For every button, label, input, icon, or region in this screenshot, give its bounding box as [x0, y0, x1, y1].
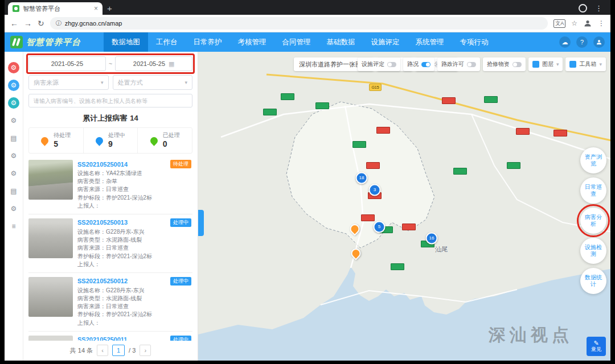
toggle-facility-rating[interactable]: 设施评定 — [358, 57, 400, 71]
road-label-red[interactable] — [402, 224, 416, 230]
rail-settings-icon[interactable]: ⚙ — [8, 150, 19, 162]
user-icon[interactable] — [593, 36, 605, 48]
rail-alert-icon[interactable]: ⚙ — [8, 62, 19, 73]
handling-method-select[interactable]: 处置方式 ▾ — [113, 75, 193, 90]
nav-item-facility-rating[interactable]: 设施评定 — [363, 32, 408, 52]
disease-id-link[interactable]: SS202105250014 — [77, 161, 128, 168]
road-label-red[interactable] — [442, 97, 456, 104]
nav-item-contract[interactable]: 合同管理 — [274, 32, 319, 52]
bookmark-star-icon[interactable]: ☆ — [571, 19, 577, 27]
tool-disease-analysis[interactable]: 病害分析 — [580, 208, 606, 234]
cluster-marker[interactable]: 3 — [369, 184, 381, 196]
road-label-green[interactable] — [484, 96, 498, 103]
road-label-green[interactable] — [507, 162, 520, 169]
disease-id-link[interactable]: SS202105250012 — [77, 278, 128, 284]
rail-tools-icon[interactable]: ⚙ — [8, 203, 19, 214]
toggle-road-permit[interactable]: 路政许可 — [437, 57, 480, 71]
browser-menu-icon[interactable]: ⋮ — [598, 19, 605, 27]
disease-photo[interactable] — [28, 218, 73, 258]
disease-card[interactable]: SS202105250011 处理中 设施名称：G228丹东-东兴 病害类型：水… — [28, 332, 192, 341]
prev-page-button[interactable]: ‹ — [97, 345, 108, 356]
new-tab-button[interactable]: + — [107, 3, 112, 13]
disease-id-link[interactable]: SS202105250011 — [77, 336, 127, 341]
rail-config-icon[interactable]: ⚙ — [8, 168, 19, 179]
layers-menu[interactable]: 图层 ▾ — [528, 57, 563, 71]
road-label-red[interactable] — [366, 162, 380, 169]
panel-collapse-handle[interactable] — [198, 210, 204, 236]
toolbox-menu[interactable]: 工具箱 ▾ — [565, 57, 606, 71]
road-label-red[interactable] — [376, 127, 390, 134]
road-label-green[interactable] — [263, 109, 277, 115]
disease-marker[interactable] — [348, 222, 362, 235]
toggle-switch[interactable] — [421, 62, 430, 67]
road-label-green[interactable] — [453, 168, 467, 175]
record-icon[interactable] — [579, 4, 587, 13]
rail-menu-icon[interactable]: ≡ — [8, 221, 19, 232]
road-label-red[interactable] — [516, 128, 530, 135]
nav-item-workbench[interactable]: 工作台 — [148, 32, 186, 52]
nav-item-data-map[interactable]: 数据地图 — [104, 32, 148, 52]
browser-tab[interactable]: 智慧管养平台 × — [8, 2, 102, 15]
nav-item-assessment[interactable]: 考核管理 — [230, 32, 274, 52]
toggle-switch[interactable] — [512, 62, 522, 67]
tool-data-statistics[interactable]: 数据统计 — [580, 268, 606, 294]
nav-item-daily-maintenance[interactable]: 日常养护 — [186, 32, 230, 52]
disease-photo[interactable] — [28, 336, 73, 341]
next-page-button[interactable]: › — [140, 345, 151, 356]
rail-task-icon[interactable]: ⚙ — [8, 80, 19, 91]
disease-source-select[interactable]: 病害来源 ▾ — [28, 75, 109, 90]
rail-gear-icon[interactable]: ⚙ — [8, 115, 19, 126]
road-label-green[interactable] — [281, 93, 294, 100]
stat-pending[interactable]: 待处理 5 — [29, 128, 83, 153]
nav-item-system[interactable]: 系统管理 — [408, 32, 452, 52]
toggle-road-condition[interactable]: 路况 — [403, 57, 434, 71]
disease-card[interactable]: SS202105250013 处理中 设施名称：G228丹东-东兴 病害类型：水… — [28, 214, 192, 273]
disease-photo[interactable] — [28, 160, 73, 200]
map-canvas[interactable]: 183516 汕尾 G15 深圳市道路养护一张图 ▾ 深汕局 ▾ 标段名称 ▾ — [198, 52, 610, 361]
disease-card[interactable]: SS202105250014 待处理 设施名称：YA42东涌绿道 病害类型：杂草… — [28, 156, 192, 214]
disease-marker[interactable] — [349, 246, 363, 260]
current-page[interactable]: 1 — [112, 345, 125, 356]
disease-photo[interactable] — [28, 277, 73, 317]
help-icon[interactable]: ? — [576, 36, 588, 48]
toggle-switch[interactable] — [467, 62, 476, 67]
tool-daily-inspection[interactable]: 日常巡查 — [580, 177, 606, 204]
feedback-button[interactable]: ✎ 意见 — [587, 337, 606, 356]
cluster-marker[interactable]: 5 — [374, 221, 386, 233]
road-label-green[interactable] — [315, 102, 329, 109]
forward-icon[interactable]: → — [24, 19, 32, 28]
date-start-input[interactable]: 2021-05-25 — [28, 56, 106, 71]
cluster-marker[interactable]: 16 — [426, 233, 438, 245]
red-annotation-ring: 病害分析 — [580, 208, 606, 234]
road-label-green[interactable] — [352, 141, 366, 148]
tab-close-icon[interactable]: × — [94, 5, 98, 13]
disease-id-link[interactable]: SS202105250013 — [77, 219, 128, 226]
rail-database-icon[interactable]: ▤ — [8, 133, 19, 144]
nav-item-special-action[interactable]: 专项行动 — [452, 32, 497, 52]
disease-card[interactable]: SS202105250012 处理中 设施名称：G228丹东-东兴 病害类型：水… — [28, 273, 192, 332]
translate-icon[interactable]: 文A — [554, 19, 565, 28]
tool-facility-check[interactable]: 设施检测 — [580, 238, 606, 264]
date-end-input[interactable]: 2021-05-25 ▦ — [115, 56, 192, 71]
tabbar-menu-icon[interactable]: ⋮ — [595, 4, 602, 13]
profile-icon[interactable] — [583, 19, 592, 28]
rail-monitor-icon[interactable]: ⚙ — [8, 97, 19, 109]
cluster-marker[interactable]: 18 — [356, 172, 368, 184]
back-icon[interactable]: ← — [10, 19, 18, 28]
cloud-icon[interactable]: ☁ — [559, 36, 571, 48]
stat-processing[interactable]: 处理中 9 — [83, 128, 138, 153]
tool-asset-browse[interactable]: 资产浏览 — [580, 147, 606, 173]
road-label-red[interactable] — [361, 214, 375, 221]
toggle-switch[interactable] — [387, 62, 396, 67]
site-info-icon[interactable]: ⓘ — [56, 19, 62, 27]
road-label-red[interactable] — [554, 130, 567, 136]
reload-icon[interactable]: ↻ — [38, 19, 44, 28]
disease-card-list[interactable]: SS202105250014 待处理 设施名称：YA42东涌绿道 病害类型：杂草… — [28, 156, 192, 341]
toggle-repair-supplies[interactable]: 抢修物资 — [483, 57, 526, 71]
road-label-green[interactable] — [391, 263, 404, 270]
address-bar[interactable]: ⓘ zhgy.gcnao.cn/amap — [50, 17, 548, 30]
rail-document-icon[interactable]: ▤ — [8, 185, 19, 197]
stat-done[interactable]: 已处理 0 — [137, 128, 192, 153]
search-input[interactable] — [28, 94, 192, 107]
nav-item-base-data[interactable]: 基础数据 — [319, 32, 363, 52]
